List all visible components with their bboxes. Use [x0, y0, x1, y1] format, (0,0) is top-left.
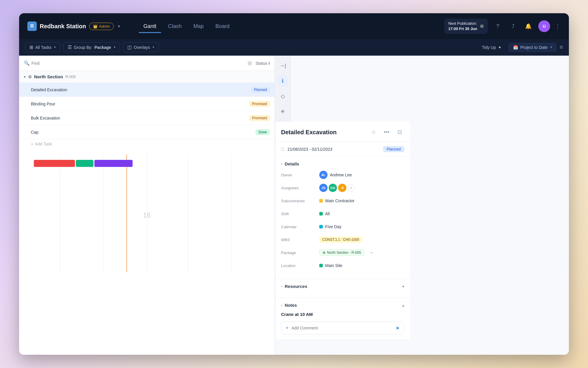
gantt-gridline: [231, 155, 231, 272]
left-panel: 🔍 ⊞ Status ℹ ▾ ⊕ North Section R-005: [19, 56, 275, 355]
section-id: R-005: [65, 74, 76, 79]
asterisk-panel-button[interactable]: ✳: [278, 106, 288, 117]
section-toggle[interactable]: ▾: [24, 75, 26, 79]
crown-icon: 👑: [93, 24, 98, 29]
status-badge: Promised: [249, 115, 270, 121]
assignees-key: Assignees: [281, 186, 319, 190]
notification-icon[interactable]: 🔔: [523, 21, 534, 32]
shift-row: Shift All: [281, 209, 404, 218]
nav-chevron[interactable]: ▾: [118, 24, 120, 29]
tasks-icon: ⊞: [29, 44, 33, 50]
group-by-filter[interactable]: ☰ Group By: Package ▾: [63, 42, 120, 52]
status-badge: Planned: [383, 146, 404, 152]
resources-label: Resources: [285, 284, 307, 289]
resources-section: ▪ Resources ▾: [275, 279, 410, 298]
search-input[interactable]: [31, 61, 83, 66]
publication-box: Next Publication: 17:00 Fri 30 Jun: [444, 19, 488, 34]
ellipsis-icon[interactable]: •••: [382, 127, 391, 137]
section-bullet: ▪: [281, 162, 282, 166]
tab-board[interactable]: Board: [211, 21, 234, 32]
more-options-icon[interactable]: ⋮: [555, 23, 561, 30]
wbs-row: WBS CONST.1.1 : CH0-1000: [281, 235, 404, 244]
gantt-gridline: [60, 155, 60, 272]
search-icon: 🔍: [24, 60, 30, 66]
overlays-chevron: ▾: [153, 45, 154, 49]
table-row[interactable]: Detailed Excavation Planned: [19, 83, 275, 97]
gantt-area: 16: [19, 155, 275, 272]
shift-value: All: [319, 211, 404, 216]
tidy-up-icon: ✦: [498, 45, 502, 50]
tab-clash[interactable]: Clash: [163, 21, 186, 32]
project-date-button[interactable]: 📅 Project to Date ▾: [509, 43, 557, 52]
avatar[interactable]: U: [538, 20, 550, 32]
share-icon[interactable]: ⤴: [508, 21, 518, 32]
all-tasks-filter[interactable]: ⊞ All Tasks ▾: [25, 42, 60, 52]
table-row[interactable]: Cap Done: [19, 125, 275, 139]
send-icon[interactable]: ➤: [395, 325, 400, 331]
help-icon[interactable]: ?: [492, 21, 503, 32]
filter-icon[interactable]: ≡: [559, 44, 563, 51]
wbs-key: WBS: [281, 238, 319, 242]
top-nav: R Redbank Station 👑 Admin ▾ Gantt Clash …: [19, 13, 569, 39]
detail-header: Detailed Excavation ☆ ••• ⊡: [275, 122, 410, 142]
details-section-label: Details: [285, 161, 299, 166]
status-column-header: Status ℹ: [255, 61, 270, 66]
detail-date-row: □ 21/08/2023 - 02/11/2023 Planned: [275, 142, 410, 157]
tidy-up-label: Tidy Up: [482, 45, 496, 50]
task-name: Detailed Excavation: [31, 87, 248, 92]
section-icon: ⊕: [28, 74, 32, 79]
search-box: 🔍: [24, 60, 244, 66]
overlays-filter[interactable]: ◫ Overlays ▾: [123, 42, 159, 52]
shift-key: Shift: [281, 212, 319, 216]
info-panel-button[interactable]: ℹ: [278, 76, 288, 86]
comment-input[interactable]: [292, 326, 392, 330]
assignees-value: JS GA JI +: [319, 184, 404, 192]
location-value: Main Site: [319, 263, 404, 268]
task-list: ▾ ⊕ North Section R-005 Detailed Excavat…: [19, 71, 275, 355]
group-by-label: Group By:: [74, 45, 92, 50]
diamond-panel-button[interactable]: ◇: [278, 91, 288, 102]
wbs-badge: CONST.1.1 : CH0-1000: [319, 237, 362, 243]
detail-panel: Detailed Excavation ☆ ••• ⊡ □ 21/08/2023…: [275, 122, 410, 339]
comment-plus-icon[interactable]: +: [285, 325, 289, 331]
group-by-chevron: ▾: [114, 45, 116, 49]
package-badge: ⊕ North Section - R-005: [319, 249, 364, 256]
subcontractor-value: Main Contractor: [319, 198, 404, 203]
date-range-text: 21/08/2023 - 02/11/2023: [288, 147, 380, 152]
logo-area: R Redbank Station 👑 Admin ▾: [27, 21, 120, 31]
expand-icon[interactable]: ⊡: [395, 127, 404, 137]
wbs-value: CONST.1.1 : CH0-1000: [319, 237, 404, 243]
admin-badge[interactable]: 👑 Admin: [89, 23, 114, 30]
location-dot: [319, 264, 323, 267]
assignee-avatar: JS: [319, 184, 328, 192]
add-icon: +: [31, 142, 33, 146]
avatar-initials: U: [543, 24, 546, 29]
subcontractor-row: Subcontractor Main Contractor: [281, 196, 404, 205]
collapse-panel-button[interactable]: →|: [278, 60, 288, 71]
add-assignee-button[interactable]: +: [348, 184, 355, 191]
tab-map[interactable]: Map: [189, 21, 208, 32]
gantt-gridline: [103, 155, 104, 272]
location-key: Location: [281, 263, 319, 268]
owner-key: Owner: [281, 173, 319, 177]
subcontractor-dot: [319, 199, 323, 203]
table-row[interactable]: Blinding Pour Promised: [19, 97, 275, 111]
notes-collapse-icon[interactable]: ▴: [402, 303, 404, 308]
resources-collapse-icon[interactable]: ▾: [402, 284, 404, 289]
package-link-icon[interactable]: →: [369, 250, 374, 255]
tab-gantt[interactable]: Gantt: [139, 21, 161, 32]
star-icon[interactable]: ☆: [369, 127, 378, 137]
tidy-up-button[interactable]: Tidy Up ✦: [478, 43, 506, 52]
owner-avatar: AL: [319, 171, 328, 179]
toolbar: ⊞ All Tasks ▾ ☰ Group By: Package ▾ ◫ Ov…: [19, 39, 569, 56]
overlays-label: Overlays: [134, 45, 150, 50]
owner-row: Owner AL Andrew Lee: [281, 170, 404, 179]
calendar-icon: 📅: [513, 45, 518, 50]
calendar-key: Calendar: [281, 225, 319, 229]
grid-view-icon[interactable]: ⊞: [248, 60, 252, 67]
gantt-bar-purple: [94, 160, 133, 167]
group-by-value: Package: [94, 45, 111, 50]
table-row[interactable]: Bulk Excavation Promised: [19, 111, 275, 125]
logo-icon: R: [27, 21, 37, 31]
add-task-row[interactable]: + Add Task: [19, 139, 275, 149]
